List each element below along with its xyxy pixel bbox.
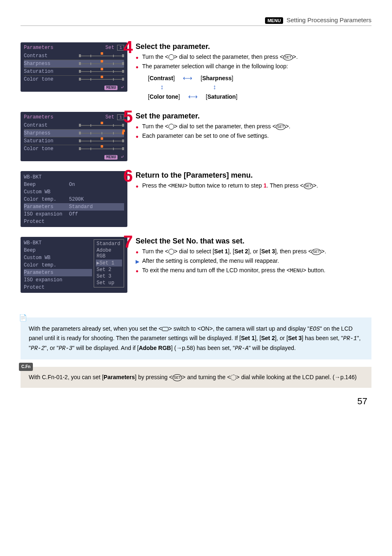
bullet-icon: ● [136, 132, 142, 140]
arrow-ud-icon: ↕ [160, 83, 164, 91]
step4-b2: The parameter selection will change in t… [142, 62, 371, 71]
menu-row: ISO expansionOff [24, 211, 124, 218]
menu-row: Protect [24, 218, 124, 225]
menu-row: Protect [24, 284, 92, 291]
step7-b2: After the setting is completed, the menu… [142, 257, 371, 265]
step6-b1: Press the <MENU> button twice to return … [142, 181, 371, 190]
step6-title: Return to the [Parameters] menu. [136, 171, 371, 180]
quick-dial-icon [168, 54, 174, 60]
bullet-icon: ● [136, 247, 142, 256]
menu-row: WB-BKT [24, 239, 92, 247]
step4-title: Select the parameter. [136, 42, 371, 51]
menu-row: Parameters [24, 269, 92, 276]
menu-chip: MENU [265, 17, 283, 24]
lcd-params-1: Parameters Set 1 Contrast Sharpness Satu… [21, 42, 127, 92]
arrow-lr-icon: ⟷ [188, 93, 198, 100]
lcd2-r1: Sharpness [24, 130, 51, 136]
arrow-lr-icon: ⟷ [183, 74, 192, 82]
lcd2-menu: MENU [104, 155, 118, 160]
bullet-icon: ▶ [136, 257, 142, 265]
lcd-params-2: Parameters Set 1 Contrast Sharpness Satu… [21, 112, 127, 161]
menu-row: ISO expansion [24, 276, 92, 284]
submenu-item: Standard [96, 241, 122, 247]
submenu-item: Set 2 [96, 266, 122, 273]
step4-num: 4 [123, 37, 133, 57]
submenu-box: StandardAdobe RGB▶Set 1Set 2Set 3Set up [94, 239, 124, 287]
set-icon: SET [304, 183, 314, 190]
note-icon: 📄 [19, 313, 27, 323]
menu-row: Custom WB [24, 254, 92, 262]
bullet-icon: ● [136, 181, 142, 190]
header-title: Setting Processing Parameters [286, 16, 371, 23]
lcd1-r2: Saturation [24, 69, 53, 74]
lcd1-r3: Color tone [24, 76, 53, 82]
bullet-icon: ● [136, 62, 142, 71]
set-icon: SET [283, 54, 293, 61]
cfn-box: C.Fn With C.Fn-01-2, you can set [Parame… [21, 367, 371, 387]
step7-title: Select the Set No. that was set. [136, 237, 371, 246]
submenu-item: Set 3 [96, 273, 122, 280]
step7-b3: To exit the menu and turn off the LCD mo… [142, 266, 371, 275]
step4-b1: Turn the <> dial to select the parameter… [142, 53, 371, 61]
cfn-chip: C.Fn [19, 363, 33, 371]
set-icon: SET [276, 124, 286, 130]
step5-b1: Turn the <> dial to set the parameter, t… [142, 122, 371, 131]
menu-row: BeepOn [24, 181, 124, 188]
lcd2-set-label: Set [106, 114, 115, 120]
menu-row: Color temp. [24, 262, 92, 269]
step7-b1: Turn the <> dial to select [Set 1], [Set… [142, 247, 371, 256]
menu-text: MENU [290, 267, 303, 273]
arrow-ud-icon: ↕ [213, 83, 216, 91]
step6-num: 6 [123, 166, 133, 186]
main-dial-icon [162, 327, 168, 331]
menu-row: ParametersStandard [24, 203, 124, 211]
step7-num: 7 [123, 232, 133, 252]
step5-num: 5 [123, 107, 133, 127]
menu-row: WB-BKT [24, 174, 124, 181]
submenu-item: Set up [96, 280, 122, 286]
lcd2-r3: Color tone [24, 146, 53, 152]
quick-dial-icon [168, 124, 174, 130]
lcd1-title: Parameters [24, 45, 53, 51]
bullet-icon: ● [136, 122, 142, 131]
step5-b2: Each parameter can be set to one of five… [142, 132, 371, 140]
lcd-menu-1: WB-BKTBeepOnCustom WBColor temp.5200KPar… [21, 171, 127, 227]
set-icon: SET [173, 374, 182, 381]
tip-box: 📄 With the parameters already set, when … [21, 317, 371, 359]
menu-row: Custom WB [24, 188, 124, 196]
set-icon: SET [311, 249, 321, 255]
menu-row: Color temp.5200K [24, 196, 124, 203]
loop-diagram: [Contrast] ⟷ [Sharpness] ↕ ↕ [Color tone… [148, 74, 371, 100]
submenu-item: ▶Set 1 [96, 259, 122, 266]
lcd1-r1: Sharpness [24, 61, 51, 67]
lcd1-set-label: Set [106, 45, 115, 51]
lcd-menu-2: WB-BKTBeepCustom WBColor temp.Parameters… [21, 237, 127, 293]
lcd1-r0: Contrast [24, 53, 48, 59]
lcd2-r2: Saturation [24, 138, 53, 144]
step5-title: Set the parameter. [136, 112, 371, 120]
bullet-icon: ● [136, 53, 142, 61]
bullet-icon: ● [136, 266, 142, 275]
lcd1-menu: MENU [104, 86, 118, 90]
quick-dial-icon [168, 249, 174, 255]
menu-row: Beep [24, 247, 92, 254]
submenu-item: Adobe RGB [96, 247, 122, 259]
main-dial-icon [231, 375, 236, 380]
lcd2-title: Parameters [24, 114, 53, 120]
menu-text: MENU [171, 183, 184, 189]
lcd2-r0: Contrast [24, 123, 48, 128]
page-number: 57 [21, 396, 367, 407]
